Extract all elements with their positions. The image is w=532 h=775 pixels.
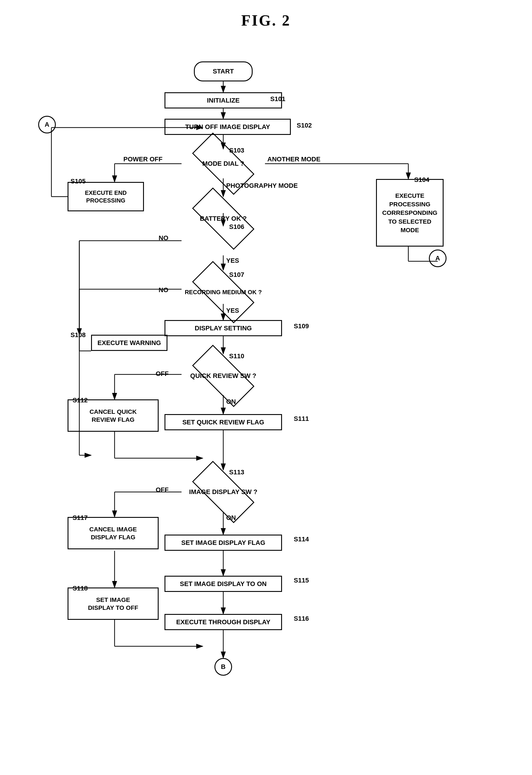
off-image-label: OFF bbox=[156, 486, 169, 494]
s114-label: S114 bbox=[294, 536, 309, 543]
s116-label: S116 bbox=[294, 615, 309, 623]
quick-review-sw-diamond: QUICK REVIEW SW ? bbox=[182, 354, 265, 398]
off-quick-label: OFF bbox=[156, 370, 169, 377]
execute-warning-node: EXECUTE WARNING bbox=[91, 335, 167, 351]
s111-label: S111 bbox=[294, 415, 309, 423]
connector-a1: A bbox=[38, 116, 56, 133]
s102-label: S102 bbox=[297, 122, 312, 129]
connector-a2: A bbox=[429, 249, 447, 267]
set-image-on-node: SET IMAGE DISPLAY TO ON bbox=[165, 576, 282, 592]
mode-dial-diamond: MODE DIAL ? bbox=[182, 149, 265, 178]
another-mode-label: ANOTHER MODE bbox=[267, 155, 320, 163]
execute-through-node: EXECUTE THROUGH DISPLAY bbox=[165, 614, 282, 630]
set-image-flag-node: SET IMAGE DISPLAY FLAG bbox=[165, 535, 282, 551]
turn-off-node: TURN OFF IMAGE DISPLAY bbox=[165, 119, 291, 135]
page-title: FIG. 2 bbox=[0, 0, 532, 38]
set-image-off-node: SET IMAGE DISPLAY TO OFF bbox=[68, 588, 159, 620]
start-node: START bbox=[194, 61, 253, 81]
s115-label: S115 bbox=[294, 577, 309, 584]
cancel-quick-node: CANCEL QUICK REVIEW FLAG bbox=[68, 400, 159, 432]
no-recording-label: NO bbox=[159, 286, 168, 294]
s108-label: S108 bbox=[71, 331, 85, 339]
image-display-sw-diamond: IMAGE DISPLAY SW ? bbox=[182, 470, 265, 514]
recording-medium-diamond: RECORDING MEDIUM OK ? bbox=[182, 270, 265, 314]
photography-mode-label: PHOTOGRAPHY MODE bbox=[226, 182, 298, 189]
execute-end-node: EXECUTE END PROCESSING bbox=[68, 182, 144, 211]
execute-processing-node: EXECUTE PROCESSING CORRESPONDING TO SELE… bbox=[376, 179, 444, 246]
battery-ok-diamond: BATTERY OK ? bbox=[182, 197, 265, 241]
connector-b: B bbox=[214, 658, 232, 676]
display-setting-node: DISPLAY SETTING bbox=[165, 320, 282, 336]
yes-recording-label: YES bbox=[226, 307, 239, 314]
power-off-label: POWER OFF bbox=[123, 155, 162, 163]
on-image-label: ON bbox=[226, 514, 236, 522]
s109-label: S109 bbox=[294, 322, 309, 330]
no-battery-label: NO bbox=[159, 234, 168, 242]
set-quick-node: SET QUICK REVIEW FLAG bbox=[165, 414, 282, 430]
initialize-node: INITIALIZE bbox=[165, 92, 282, 108]
yes-battery-label: YES bbox=[226, 257, 239, 264]
cancel-image-flag-node: CANCEL IMAGE DISPLAY FLAG bbox=[68, 517, 159, 549]
on-quick-label: ON bbox=[226, 398, 236, 406]
